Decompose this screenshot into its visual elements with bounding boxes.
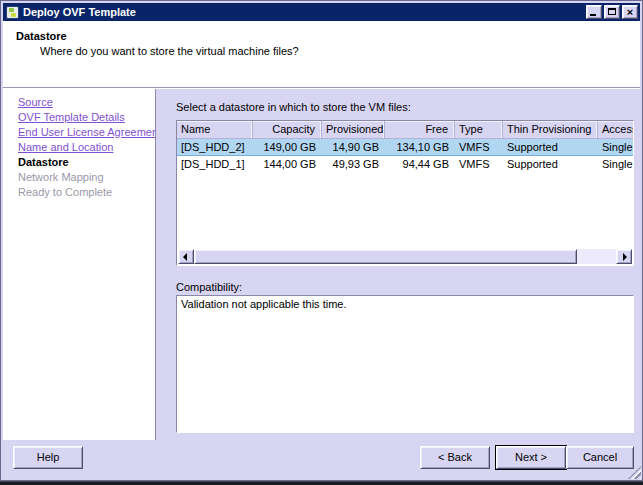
window-titlebar: Deploy OVF Template × (3, 3, 640, 21)
minimize-icon (590, 14, 596, 16)
table-cell: 134,10 GB (385, 139, 455, 155)
compatibility-box: Validation not applicable this time. (176, 295, 634, 433)
next-button[interactable]: Next > (496, 446, 566, 469)
column-header-access[interactable]: Access (598, 121, 633, 138)
table-row[interactable]: [DS_HDD_1]144,00 GB49,93 GB94,44 GBVMFSS… (177, 156, 633, 173)
table-body: [DS_HDD_2]149,00 GB14,90 GB134,10 GBVMFS… (177, 139, 633, 173)
deploy-ovf-template-window: Deploy OVF Template × Datastore Where do… (0, 0, 643, 481)
maximize-button[interactable] (604, 5, 620, 19)
scrollbar-thumb[interactable] (194, 249, 577, 264)
column-header-thin-provisioning[interactable]: Thin Provisioning (503, 121, 598, 138)
screen: Deploy OVF Template × Datastore Where do… (0, 0, 643, 485)
table-cell: [DS_HDD_1] (177, 156, 253, 173)
sidebar-item-ovf-template-details[interactable]: OVF Template Details (18, 110, 155, 125)
column-header-type[interactable]: Type (455, 121, 503, 138)
column-header-name[interactable]: Name (177, 121, 253, 138)
sidebar-item-network-mapping: Network Mapping (18, 170, 155, 185)
table-cell: Single (598, 156, 633, 173)
vsphere-app-icon (6, 6, 19, 19)
maximize-icon (608, 8, 616, 15)
sidebar-item-ready-to-complete: Ready to Complete (18, 185, 155, 200)
minimize-button[interactable] (586, 5, 602, 19)
window-title: Deploy OVF Template (23, 6, 584, 18)
page-title: Datastore (3, 21, 640, 42)
content-pane: Select a datastore in which to store the… (156, 89, 640, 440)
sidebar-item-source[interactable]: Source (18, 95, 155, 110)
sidebar-item-name-and-location[interactable]: Name and Location (18, 140, 155, 155)
table-cell: 49,93 GB (322, 156, 385, 173)
compatibility-text: Validation not applicable this time. (181, 298, 347, 310)
sidebar-item-datastore: Datastore (18, 155, 155, 170)
table-cell: Single (598, 139, 633, 155)
sidebar-item-end-user-license-agreement[interactable]: End User License Agreement (18, 125, 155, 140)
scrollbar-track[interactable] (577, 249, 616, 264)
scroll-left-button[interactable] (178, 249, 194, 264)
compatibility-label: Compatibility: (176, 281, 242, 293)
table-cell: [DS_HDD_2] (177, 139, 253, 155)
page-subtitle: Where do you want to store the virtual m… (3, 42, 640, 57)
column-header-capacity[interactable]: Capacity (253, 121, 322, 138)
help-button[interactable]: Help (13, 446, 83, 469)
table-cell: 14,90 GB (322, 139, 385, 155)
close-button[interactable]: × (622, 5, 638, 19)
wizard-steps: SourceOVF Template DetailsEnd User Licen… (3, 89, 156, 440)
datastore-table: NameCapacityProvisionedFreeTypeThin Prov… (176, 120, 634, 266)
wizard-header: Datastore Where do you want to store the… (3, 21, 640, 87)
back-button[interactable]: < Back (420, 446, 490, 469)
column-header-provisioned[interactable]: Provisioned (322, 121, 385, 138)
column-header-free[interactable]: Free (385, 121, 455, 138)
table-cell: VMFS (455, 156, 503, 173)
cancel-button[interactable]: Cancel (566, 446, 634, 469)
table-header-row: NameCapacityProvisionedFreeTypeThin Prov… (177, 121, 633, 139)
table-cell: Supported (503, 139, 598, 155)
table-row[interactable]: [DS_HDD_2]149,00 GB14,90 GB134,10 GBVMFS… (177, 139, 633, 156)
table-cell: Supported (503, 156, 598, 173)
taskbar-edge (0, 481, 643, 485)
close-icon: × (623, 5, 637, 19)
select-datastore-label: Select a datastore in which to store the… (176, 101, 411, 113)
table-cell: 149,00 GB (253, 139, 322, 155)
horizontal-scrollbar[interactable] (178, 249, 632, 264)
table-cell: 144,00 GB (253, 156, 322, 173)
scroll-right-button[interactable] (616, 249, 632, 264)
table-cell: 94,44 GB (385, 156, 455, 173)
table-cell: VMFS (455, 139, 503, 155)
button-bar: Help < Back Next > Cancel (3, 440, 640, 478)
